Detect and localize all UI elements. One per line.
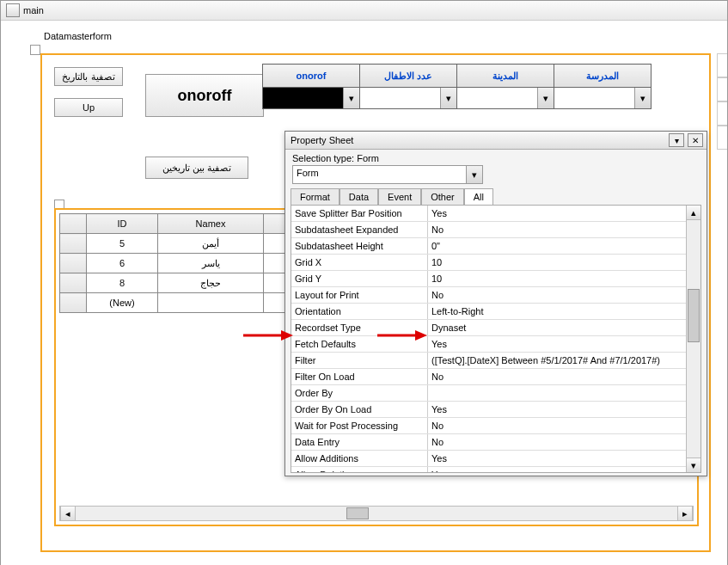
property-row[interactable]: OrientationLeft-to-Right [291, 304, 700, 320]
property-row[interactable]: Filter([TestQ].[DateX] Between #5/1/2017… [291, 353, 700, 369]
property-row[interactable]: Order By [291, 385, 700, 402]
chevron-down-icon[interactable]: ▾ [634, 88, 651, 108]
property-value[interactable]: Dynaset [428, 320, 701, 336]
property-value[interactable]: Yes [428, 336, 701, 353]
combo-onorof[interactable]: ▾ [263, 88, 359, 108]
property-row[interactable]: Grid Y10 [291, 271, 700, 287]
combo-school[interactable]: ▾ [554, 88, 651, 108]
tab-format[interactable]: Format [291, 188, 340, 206]
property-name[interactable]: Grid Y [291, 271, 428, 287]
scroll-track[interactable] [76, 507, 677, 520]
tab-event[interactable]: Event [378, 188, 421, 206]
property-value[interactable]: 10 [428, 255, 701, 271]
tab-other[interactable]: Other [421, 188, 464, 206]
chevron-down-icon[interactable]: ▾ [440, 88, 456, 108]
property-row[interactable]: Allow AdditionsYes [291, 451, 700, 467]
tab-all[interactable]: All [464, 188, 493, 206]
property-value[interactable]: 10 [428, 271, 701, 287]
row-selector[interactable] [60, 234, 87, 254]
property-value[interactable]: 0" [428, 238, 701, 255]
vertical-scrollbar[interactable]: ▴ ▾ [686, 206, 700, 472]
property-row[interactable]: Data EntryNo [291, 434, 700, 451]
property-row[interactable]: Recordset TypeDynaset [291, 320, 700, 336]
onoroff-toggle[interactable]: onoroff [145, 74, 264, 117]
section-selector-icon[interactable] [30, 45, 40, 55]
col-header-children[interactable]: عدد الاطفال [360, 64, 457, 88]
filter-by-date-button[interactable]: تصفية بالتاريخ [54, 67, 123, 86]
property-name[interactable]: Order By [291, 385, 428, 402]
property-name[interactable]: Data Entry [291, 434, 428, 451]
scroll-right-icon[interactable]: ▸ [677, 507, 693, 520]
form-icon [6, 3, 20, 17]
property-sheet-title-bar[interactable]: Property Sheet ▾ ✕ [285, 132, 707, 150]
property-row[interactable]: Subdatasheet Height0" [291, 238, 700, 255]
scroll-left-icon[interactable]: ◂ [60, 507, 76, 520]
property-sheet-title: Property Sheet [291, 135, 353, 145]
property-name[interactable]: Subdatasheet Height [291, 238, 428, 255]
property-name[interactable]: Orientation [291, 304, 428, 320]
scroll-up-icon[interactable]: ▴ [687, 206, 700, 220]
scroll-track[interactable] [687, 220, 700, 458]
property-value[interactable]: Yes [428, 206, 701, 222]
col-header-school[interactable]: المدرسة [554, 64, 652, 88]
combo-city[interactable]: ▾ [457, 88, 554, 108]
property-sheet-panel[interactable]: Property Sheet ▾ ✕ Selection type: Form … [284, 131, 707, 476]
property-name[interactable]: Order By On Load [291, 402, 428, 418]
chevron-down-icon[interactable]: ▾ [466, 166, 482, 183]
scroll-thumb[interactable] [346, 507, 369, 519]
property-name[interactable]: Save Splitter Bar Position [291, 206, 428, 222]
property-value[interactable]: ([TestQ].[DateX] Between #5/1/2017# And … [428, 353, 701, 369]
property-grid[interactable]: Save Splitter Bar PositionYesSubdatashee… [291, 205, 701, 473]
property-value[interactable]: Yes [428, 467, 701, 474]
property-value[interactable]: No [428, 434, 701, 451]
tab-data[interactable]: Data [340, 188, 378, 206]
property-value[interactable]: No [428, 418, 701, 434]
property-value[interactable]: No [428, 287, 701, 304]
scroll-thumb[interactable] [688, 289, 700, 342]
property-value[interactable]: No [428, 222, 701, 238]
property-row[interactable]: Order By On LoadYes [291, 402, 700, 418]
combo-children[interactable]: ▾ [360, 88, 456, 108]
horizontal-scrollbar[interactable]: ◂ ▸ [59, 506, 694, 521]
row-selector[interactable] [60, 273, 87, 293]
col-header-city[interactable]: المدينة [457, 64, 554, 88]
col-header-onorof[interactable]: onorof [263, 64, 360, 88]
up-button[interactable]: Up [54, 98, 123, 117]
property-row[interactable]: Save Splitter Bar PositionYes [291, 206, 700, 222]
property-name[interactable]: Allow Additions [291, 451, 428, 467]
property-name[interactable]: Subdatasheet Expanded [291, 222, 428, 238]
chevron-down-icon[interactable]: ▾ [537, 88, 554, 108]
row-selector[interactable] [60, 293, 87, 313]
object-selector-combo[interactable]: Form ▾ [292, 165, 483, 184]
property-row[interactable]: Layout for PrintNo [291, 287, 700, 304]
property-value[interactable]: Yes [428, 402, 701, 418]
scroll-down-icon[interactable]: ▾ [687, 458, 700, 472]
property-row[interactable]: Subdatasheet ExpandedNo [291, 222, 700, 238]
close-icon[interactable]: ✕ [688, 133, 703, 147]
property-row[interactable]: Filter On LoadNo [291, 369, 700, 385]
row-selector[interactable] [60, 254, 87, 273]
property-value[interactable] [428, 385, 701, 402]
property-name[interactable]: Fetch Defaults [291, 336, 428, 353]
property-name[interactable]: Allow Deletions [291, 467, 428, 474]
col-id[interactable]: ID [87, 214, 158, 234]
property-name[interactable]: Recordset Type [291, 320, 428, 336]
filter-between-dates-button[interactable]: تصفية بين تاريخين [145, 157, 248, 179]
property-row[interactable]: Wait for Post ProcessingNo [291, 418, 700, 434]
property-value[interactable]: Left-to-Right [428, 304, 701, 320]
select-all-cell[interactable] [60, 214, 87, 234]
col-namex[interactable]: Namex [158, 214, 264, 234]
property-value[interactable]: No [428, 369, 701, 385]
dropdown-icon[interactable]: ▾ [669, 133, 684, 147]
property-value[interactable]: Yes [428, 451, 701, 467]
window-title-bar[interactable]: main [1, 1, 727, 21]
property-row[interactable]: Fetch DefaultsYes [291, 336, 700, 353]
property-name[interactable]: Layout for Print [291, 287, 428, 304]
property-name[interactable]: Grid X [291, 255, 428, 271]
property-name[interactable]: Wait for Post Processing [291, 418, 428, 434]
chevron-down-icon[interactable]: ▾ [343, 88, 359, 108]
property-name[interactable]: Filter [291, 353, 428, 369]
property-row[interactable]: Grid X10 [291, 255, 700, 271]
property-row[interactable]: Allow DeletionsYes [291, 467, 700, 474]
property-name[interactable]: Filter On Load [291, 369, 428, 385]
